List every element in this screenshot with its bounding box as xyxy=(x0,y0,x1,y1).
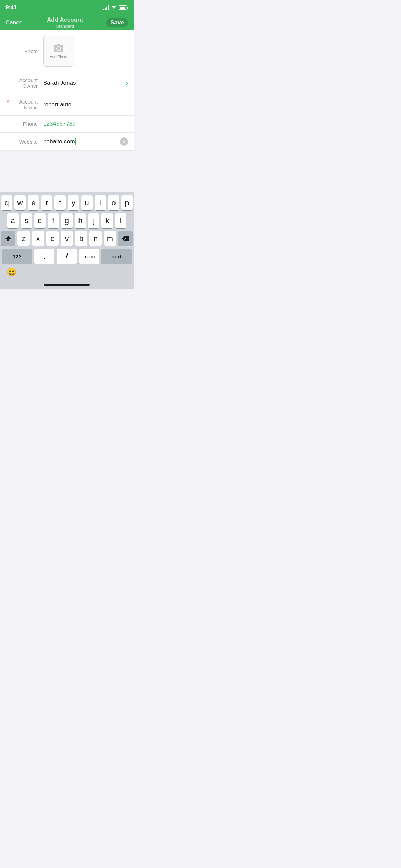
next-key[interactable]: next xyxy=(101,249,132,264)
photo-label: Photo xyxy=(5,48,43,54)
gray-area xyxy=(0,151,134,192)
website-row: Website bobaito.com xyxy=(0,133,134,151)
emoji-row: 😄 xyxy=(1,265,133,284)
keyboard-row-2: a s d f g h j k l xyxy=(1,213,133,228)
status-icons xyxy=(103,5,128,10)
key-o[interactable]: o xyxy=(108,195,119,210)
key-a[interactable]: a xyxy=(7,213,19,228)
key-z[interactable]: z xyxy=(17,231,30,246)
camera-icon xyxy=(53,44,64,53)
account-owner-label: Account Owner xyxy=(5,77,43,89)
phone-value: 1234567789 xyxy=(43,121,128,128)
phone-row: Phone 1234567789 xyxy=(0,116,134,133)
dotcom-key[interactable]: .com xyxy=(79,249,99,264)
add-photo-label: Add Photo xyxy=(50,55,67,59)
slash-key[interactable]: / xyxy=(57,249,77,264)
website-label: Website xyxy=(5,139,43,145)
key-s[interactable]: s xyxy=(21,213,32,228)
nav-title: Add Account xyxy=(47,16,83,23)
signal-icon xyxy=(103,5,109,10)
key-n[interactable]: n xyxy=(89,231,102,246)
key-g[interactable]: g xyxy=(61,213,72,228)
emoji-button[interactable]: 😄 xyxy=(7,267,17,277)
add-photo-button[interactable]: Add Photo xyxy=(43,36,74,67)
key-t[interactable]: t xyxy=(54,195,66,210)
form-container: Photo Add Photo Account Owner Sarah Jona… xyxy=(0,30,134,151)
status-bar: 9:41 xyxy=(0,0,134,15)
key-c[interactable]: c xyxy=(46,231,59,246)
required-star: * xyxy=(7,99,9,105)
save-button[interactable]: Save xyxy=(106,18,128,27)
nav-subtitle: Standard xyxy=(47,24,83,29)
clear-website-button[interactable] xyxy=(120,137,128,146)
keyboard-bottom-row: 123 . / .com next xyxy=(1,249,133,264)
key-q[interactable]: q xyxy=(1,195,12,210)
cancel-button[interactable]: Cancel xyxy=(5,19,24,26)
text-cursor xyxy=(75,138,76,145)
delete-key[interactable] xyxy=(118,231,133,246)
home-indicator xyxy=(44,284,90,286)
keyboard-row-1: q w e r t y u i o p xyxy=(1,195,133,210)
keyboard-row-3: z x c v b n m xyxy=(1,231,133,246)
key-p[interactable]: p xyxy=(121,195,133,210)
keyboard: q w e r t y u i o p a s d f g h j k l z … xyxy=(0,192,134,289)
key-u[interactable]: u xyxy=(81,195,93,210)
key-f[interactable]: f xyxy=(48,213,59,228)
key-w[interactable]: w xyxy=(14,195,26,210)
key-k[interactable]: k xyxy=(101,213,113,228)
status-time: 9:41 xyxy=(5,4,17,11)
account-name-value: robert auto xyxy=(43,101,128,108)
battery-icon xyxy=(119,5,128,10)
wifi-icon xyxy=(111,5,117,10)
shift-key[interactable] xyxy=(1,231,15,246)
account-owner-row[interactable]: Account Owner Sarah Jonas › xyxy=(0,72,134,94)
key-d[interactable]: d xyxy=(34,213,46,228)
key-b[interactable]: b xyxy=(75,231,87,246)
account-owner-value: Sarah Jonas xyxy=(43,80,126,86)
photo-row: Photo Add Photo xyxy=(0,30,134,72)
account-name-row: * AccountName robert auto xyxy=(0,94,134,116)
key-i[interactable]: i xyxy=(95,195,106,210)
phone-label: Phone xyxy=(5,121,43,127)
key-r[interactable]: r xyxy=(41,195,52,210)
nav-title-block: Add Account Standard xyxy=(47,16,83,28)
dot-key[interactable]: . xyxy=(34,249,54,264)
key-y[interactable]: y xyxy=(68,195,79,210)
numbers-key[interactable]: 123 xyxy=(2,249,32,264)
key-m[interactable]: m xyxy=(104,231,116,246)
key-j[interactable]: j xyxy=(88,213,99,228)
key-v[interactable]: v xyxy=(61,231,73,246)
key-h[interactable]: h xyxy=(75,213,86,228)
key-x[interactable]: x xyxy=(32,231,44,246)
nav-bar: Cancel Add Account Standard Save xyxy=(0,15,134,30)
website-value: bobaito.com xyxy=(43,138,120,145)
key-e[interactable]: e xyxy=(28,195,39,210)
account-name-label: * AccountName xyxy=(5,99,43,110)
key-l[interactable]: l xyxy=(115,213,126,228)
chevron-right-icon: › xyxy=(126,80,128,87)
